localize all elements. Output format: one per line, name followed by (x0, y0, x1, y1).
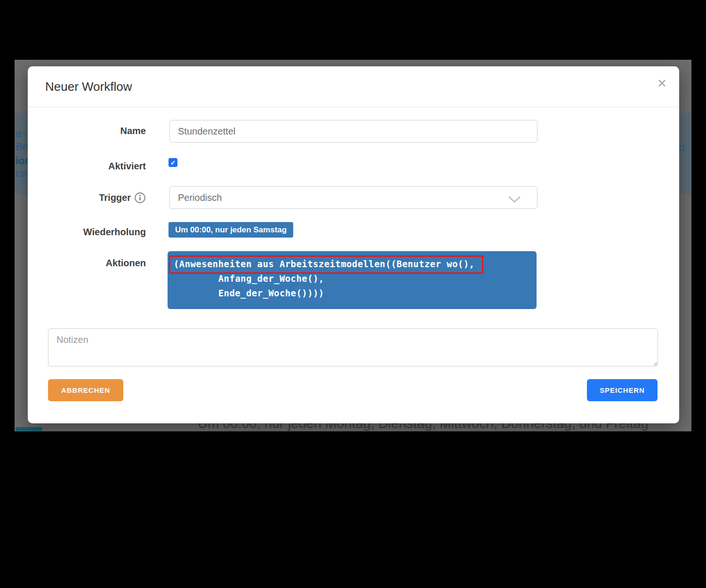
dialog-header: Neuer Workflow ✕ (28, 66, 679, 107)
trigger-label: Trigger (28, 192, 146, 204)
close-icon[interactable]: ✕ (657, 78, 667, 89)
checkmark-icon: ✓ (170, 159, 176, 167)
wiederholung-label: Wiederholung (28, 227, 146, 238)
aktiviert-label-text: Aktiviert (108, 161, 146, 172)
aktiviert-label: Aktiviert (28, 161, 146, 172)
schedule-badge: Um 00:00, nur jeden Samstag (168, 222, 293, 238)
aktionen-label: Aktionen (28, 258, 146, 269)
trigger-select[interactable]: Periodisch (169, 186, 538, 209)
aktionen-label-text: Aktionen (105, 258, 146, 269)
save-button[interactable]: SPEICHERN (587, 379, 658, 401)
aktiviert-checkbox[interactable]: ✓ (168, 158, 177, 167)
dialog-title: Neuer Workflow (45, 79, 132, 94)
background-teal-element (16, 427, 42, 431)
name-input[interactable] (169, 120, 538, 143)
code-line: (Anwesenheiten aus Arbeitszeitmodellen((… (174, 257, 530, 271)
notes-textarea[interactable] (48, 328, 658, 366)
info-icon[interactable] (134, 192, 146, 204)
trigger-label-text: Trigger (99, 192, 131, 203)
new-workflow-dialog: Neuer Workflow ✕ Name Aktiviert ✓ Trigge… (28, 66, 679, 423)
trigger-selected-value: Periodisch (178, 192, 222, 203)
actions-code-block[interactable]: (Anwesenheiten aus Arbeitszeitmodellen((… (168, 251, 537, 309)
cancel-button[interactable]: ABBRECHEN (48, 379, 123, 401)
chevron-down-icon (508, 195, 521, 206)
name-label-text: Name (120, 126, 146, 136)
code-line: Anfang_der_Woche(), (174, 271, 530, 286)
wiederholung-label-text: Wiederholung (83, 227, 146, 238)
name-label: Name (28, 126, 146, 136)
code-line: Ende_der_Woche()))) (174, 286, 530, 301)
